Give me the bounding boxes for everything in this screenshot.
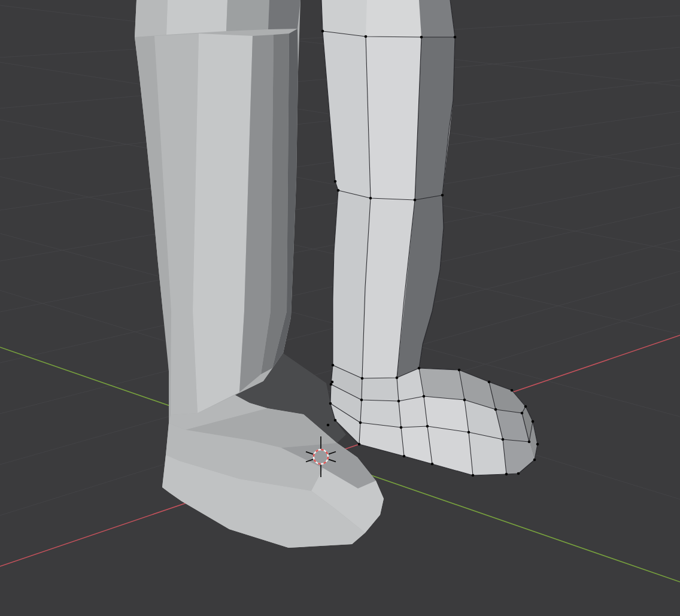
blender-3d-viewport[interactable] (0, 0, 680, 616)
viewport-canvas[interactable] (0, 0, 680, 616)
